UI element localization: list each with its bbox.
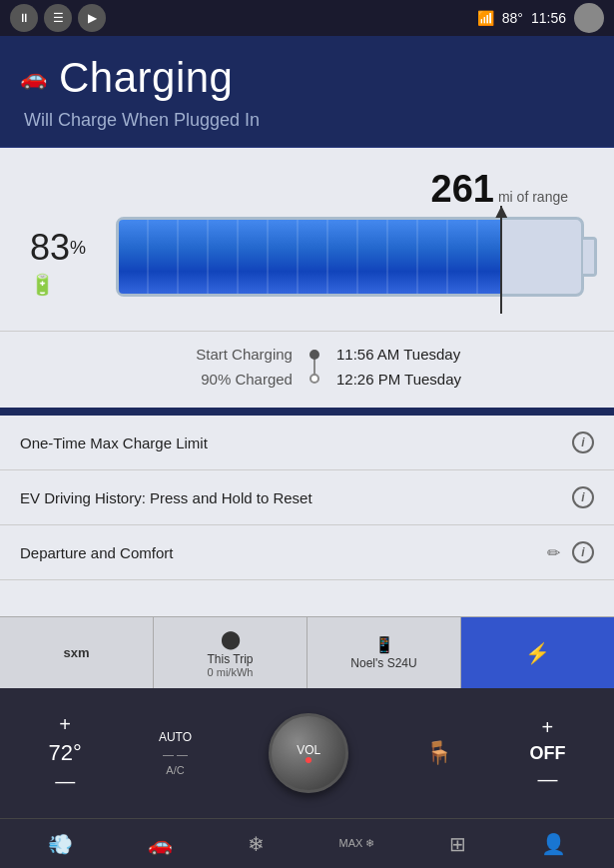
fan-icon[interactable]: 💨 [48,832,73,856]
option-row-0[interactable]: One-Time Max Charge Limit i [0,416,614,470]
bottom-tabs: sxm ⬤ This Trip 0 mi/kWh 📱 Noel's S24U ⚡ [0,616,614,688]
climate-off-col: + OFF — [529,716,565,791]
title-row: 🚗 Charging [20,54,594,102]
nav-button-2[interactable]: ☰ [44,4,72,32]
options-section: One-Time Max Charge Limit i EV Driving H… [0,416,614,616]
battery-section: 261 mi of range 83% 🔋 [0,148,614,331]
option-row-2[interactable]: Departure and Comfort ✏ i [0,525,614,580]
main-content: 🚗 Charging Will Charge When Plugged In 2… [0,36,614,868]
pct-charged-time: 12:26 PM Tuesday [336,371,461,388]
sxm-icon: sxm [63,645,89,660]
status-bar-left: ⏸ ☰ ▶ [10,4,106,32]
car-icon: 🚗 [20,65,47,91]
range-row: 261 mi of range [30,168,584,211]
off-minus[interactable]: — [537,768,557,791]
climate-separator: — — [163,748,188,760]
nav-icon: ⬤ [221,628,241,650]
start-charging-time: 11:56 AM Tuesday [336,346,460,363]
status-bar: ⏸ ☰ ▶ 📶 88° 11:56 [0,0,614,36]
tab-phone-label: Noel's S24U [350,656,416,670]
battery-terminal [583,237,597,277]
status-bar-right: 📶 88° 11:56 [477,3,604,33]
page-subtitle: Will Charge When Plugged In [20,110,594,131]
battery-fill [119,220,502,294]
tab-sxm[interactable]: sxm [0,617,154,688]
range-unit: mi of range [498,189,568,205]
tab-trip-label: This Trip [207,652,253,666]
charging-info: Start Charging 90% Charged 11:56 AM Tues… [0,331,614,408]
phone-icon: 📱 [374,635,394,654]
max-label[interactable]: MAX ❄ [339,837,375,850]
steering-icon[interactable]: 🚗 [148,832,173,856]
climate-bar: + 72° — AUTO — — A/C VOL 🪑 + OFF — [0,688,614,818]
info-icon-0[interactable]: i [572,432,594,453]
off-label: OFF [529,743,565,764]
option-label-0: One-Time Max Charge Limit [20,434,208,451]
battery-percent-col: 83% 🔋 [30,227,100,297]
seat-heat-icon: 🪑 [425,740,452,766]
climate-right: 🪑 [425,740,452,766]
battery-row: 83% 🔋 [30,217,584,307]
option-label-2: Departure and Comfort [20,544,173,561]
battery-percent-suffix: % [70,238,86,258]
tab-trip[interactable]: ⬤ This Trip 0 mi/kWh [154,617,307,688]
vol-dot [306,757,311,763]
charging-header: 🚗 Charging Will Charge When Plugged In [0,36,614,148]
tab-active[interactable]: ⚡ [461,617,614,688]
range-number: 261 [431,168,494,211]
grid-icon[interactable]: ⊞ [449,832,466,856]
option-label-1: EV Driving History: Press and Hold to Re… [20,489,312,506]
time-display: 11:56 [531,10,566,26]
person-icon[interactable]: 👤 [541,832,566,856]
wifi-icon: 📶 [477,10,494,26]
tab-trip-sublabel: 0 mi/kWh [208,666,254,678]
option-icons-2: ✏ i [547,541,594,563]
start-charging-label: Start Charging [153,346,293,363]
nav-button-1[interactable]: ⏸ [10,4,38,32]
info-icon-1[interactable]: i [572,486,594,508]
pct-charged-label: 90% Charged [153,371,293,388]
bottom-icons-bar: 💨 🚗 ❄ MAX ❄ ⊞ 👤 [0,818,614,868]
battery-small-icon: 🔋 [30,273,55,297]
battery-percent-number: 83 [30,227,70,268]
info-icon-2[interactable]: i [572,541,594,563]
nav-button-3[interactable]: ▶ [78,4,106,32]
battery-visual [116,217,584,307]
snowflake-icon[interactable]: ❄ [248,832,265,856]
off-plus[interactable]: + [542,716,554,739]
active-tab-icon: ⚡ [525,641,550,665]
avatar[interactable] [574,3,604,33]
battery-indicator [500,206,502,314]
temp-minus-left[interactable]: — [55,770,75,793]
climate-left: + 72° — [49,713,82,793]
climate-mode-col: AUTO — — A/C [159,730,192,776]
vol-label: VOL [297,743,320,757]
tab-phone[interactable]: 📱 Noel's S24U [307,617,461,688]
temp-display: 88° [502,10,523,26]
edit-icon-2[interactable]: ✏ [547,543,560,562]
option-icons-1: i [572,486,594,508]
option-icons-0: i [572,432,594,453]
ac-label: A/C [166,764,184,776]
battery-stripes [119,220,502,294]
battery-percent-value: 83% [30,227,86,269]
vol-knob[interactable]: VOL [269,713,348,793]
left-temp: 72° [49,740,82,766]
option-row-1[interactable]: EV Driving History: Press and Hold to Re… [0,470,614,525]
auto-label: AUTO [159,730,192,744]
page-title: Charging [59,54,233,102]
battery-outer [116,217,584,297]
temp-plus-left[interactable]: + [59,713,71,736]
